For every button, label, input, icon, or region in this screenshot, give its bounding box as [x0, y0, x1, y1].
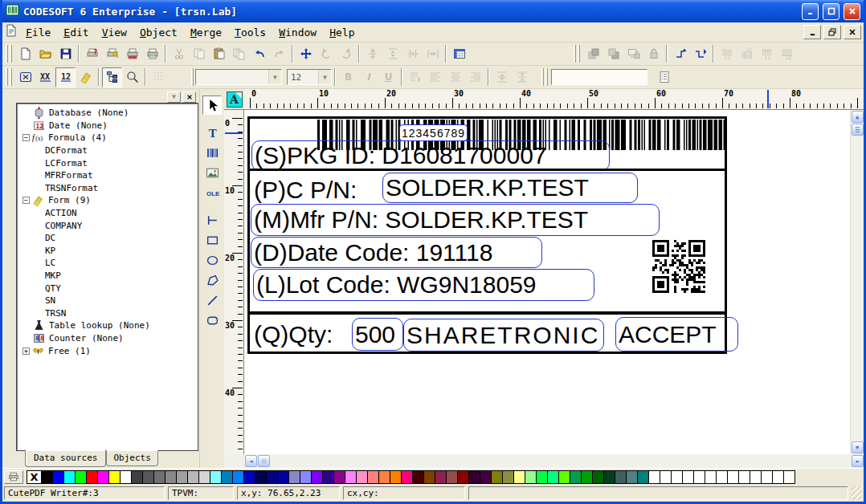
- color-swatch[interactable]: [693, 470, 705, 484]
- color-swatch[interactable]: [738, 470, 750, 484]
- align-left-button[interactable]: [425, 67, 445, 87]
- screen-lock-button[interactable]: [623, 44, 643, 64]
- roundrect-tool[interactable]: [202, 311, 222, 330]
- color-swatch[interactable]: [581, 470, 593, 484]
- pointer-tool[interactable]: [202, 96, 222, 115]
- tree-view-button[interactable]: [102, 67, 122, 87]
- redo-button[interactable]: [269, 44, 289, 64]
- lot-code-object[interactable]: (L)Lot Code: WG9N18059: [253, 269, 594, 301]
- pkg-id-object[interactable]: (S)PKG ID: D16081700007: [251, 140, 610, 171]
- accept-object[interactable]: ACCEPT: [615, 317, 738, 352]
- print-preview-button[interactable]: ?: [82, 44, 102, 64]
- menu-merge[interactable]: Merge: [184, 25, 228, 40]
- menu-tools[interactable]: Tools: [228, 25, 272, 40]
- tree-item-database-none[interactable]: Database (None): [18, 107, 197, 120]
- tree-item-company[interactable]: COMPANY: [18, 219, 197, 232]
- toolbar-grip[interactable]: [574, 45, 576, 63]
- no-color-swatch[interactable]: X: [27, 470, 42, 484]
- toolbar-grip[interactable]: [10, 45, 12, 63]
- cut-button[interactable]: [169, 44, 189, 64]
- image-tool[interactable]: [202, 163, 222, 182]
- tree-item-qty[interactable]: QTY: [18, 282, 197, 295]
- toolbar-grip[interactable]: [541, 68, 544, 86]
- barcode-tool[interactable]: [202, 143, 222, 162]
- rotate-right-button[interactable]: [336, 44, 356, 64]
- color-swatch[interactable]: [176, 470, 188, 484]
- tree-item-date-none[interactable]: 12Date (None): [18, 120, 197, 132]
- color-swatch[interactable]: [75, 470, 87, 484]
- color-swatch[interactable]: [221, 470, 233, 484]
- page-properties-button[interactable]: A: [224, 89, 244, 110]
- chevron-down-icon[interactable]: ▼: [318, 70, 331, 84]
- scroll-thumb[interactable]: [258, 455, 270, 467]
- color-swatch[interactable]: [491, 470, 503, 484]
- color-swatch[interactable]: [558, 470, 570, 484]
- valign-squeeze-button[interactable]: [512, 67, 532, 87]
- tree-item-lcformat[interactable]: LCFormat: [18, 156, 197, 169]
- flip-v-button[interactable]: [670, 44, 690, 64]
- tree-item-form-9[interactable]: −Form (9): [18, 194, 197, 207]
- tree-item-mfrformat[interactable]: MFRFormat: [18, 169, 197, 182]
- color-swatch[interactable]: [435, 470, 447, 484]
- color-swatch[interactable]: [502, 470, 514, 484]
- horizontal-scrollbar[interactable]: ◄ ►: [224, 454, 864, 468]
- color-swatch[interactable]: [660, 470, 672, 484]
- color-swatch[interactable]: [592, 470, 604, 484]
- color-swatch[interactable]: [783, 470, 795, 484]
- page-setup-button[interactable]: [122, 44, 142, 64]
- scroll-left-button[interactable]: ◄: [245, 455, 257, 467]
- cpn-label-object[interactable]: (P)C P/N:: [254, 177, 357, 204]
- color-swatch[interactable]: [153, 470, 165, 484]
- color-swatch[interactable]: [446, 470, 458, 484]
- color-swatch[interactable]: [210, 470, 222, 484]
- save-button[interactable]: [55, 44, 76, 64]
- color-swatch[interactable]: [727, 470, 739, 484]
- child-restore-button[interactable]: [823, 25, 841, 39]
- bring-front-button[interactable]: [583, 44, 603, 64]
- date-code-object[interactable]: (D)Date Code: 191118: [251, 237, 542, 268]
- panel-close-button[interactable]: [182, 91, 196, 103]
- color-swatch[interactable]: [232, 470, 244, 484]
- ellipse-tool[interactable]: [202, 250, 222, 270]
- tree-item-trsnformat[interactable]: TRSNFormat: [18, 182, 197, 195]
- qty-label-object[interactable]: (Q)Qty:: [254, 321, 333, 348]
- rotate-left-button[interactable]: [316, 44, 336, 64]
- color-swatch[interactable]: [165, 470, 177, 484]
- color-swatch[interactable]: [52, 470, 64, 484]
- color-swatch[interactable]: [536, 470, 548, 484]
- toolbar-grip[interactable]: [191, 68, 194, 86]
- grid-button[interactable]: [149, 67, 169, 87]
- color-swatch[interactable]: [187, 470, 199, 484]
- label-page[interactable]: 123456789 (S)PKG ID: D16081700007 (P)C P…: [244, 110, 850, 454]
- barcode-num2-button[interactable]: 12: [737, 44, 757, 64]
- panel-dropdown-button[interactable]: ▼: [167, 91, 181, 103]
- color-swatch[interactable]: [615, 470, 627, 484]
- endline-tool[interactable]: [202, 210, 222, 230]
- align-wrap-button[interactable]: [405, 67, 425, 87]
- valign-expand-button[interactable]: [492, 67, 512, 87]
- toolbar-grip[interactable]: [10, 68, 12, 86]
- underline-button[interactable]: U: [378, 67, 398, 87]
- menu-view[interactable]: View: [96, 25, 133, 40]
- color-swatch[interactable]: [288, 470, 300, 484]
- bold-button[interactable]: B: [338, 67, 358, 87]
- align-center-button[interactable]: [445, 67, 465, 87]
- color-swatch[interactable]: [277, 470, 289, 484]
- menu-file[interactable]: File: [19, 25, 57, 40]
- color-swatch[interactable]: [716, 470, 728, 484]
- printer-settings-button[interactable]: [102, 44, 122, 64]
- color-swatch[interactable]: [367, 470, 379, 484]
- company-object[interactable]: SHARETRONIC: [403, 319, 604, 352]
- new-button[interactable]: [15, 44, 35, 64]
- child-minimize-button[interactable]: [803, 25, 821, 39]
- color-swatch[interactable]: [682, 470, 694, 484]
- color-swatch[interactable]: [457, 470, 469, 484]
- align-hgrow-button[interactable]: [402, 44, 423, 64]
- italic-button[interactable]: I: [358, 67, 378, 87]
- menu-object[interactable]: Object: [133, 25, 184, 40]
- color-swatch[interactable]: [300, 470, 312, 484]
- color-swatch[interactable]: [97, 470, 109, 484]
- print-button[interactable]: [142, 44, 162, 64]
- color-swatch[interactable]: [750, 470, 762, 484]
- color-swatch[interactable]: [761, 470, 773, 484]
